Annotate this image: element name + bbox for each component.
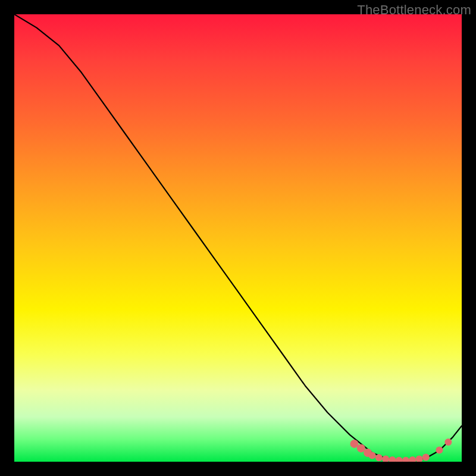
curve-marker [375, 454, 383, 461]
curve-marker [409, 456, 416, 462]
curve-marker [389, 456, 396, 462]
curve-line [14, 14, 462, 461]
plot-area [14, 14, 462, 462]
chart-frame: TheBottleneck.com [0, 0, 476, 476]
curve-marker [422, 454, 430, 461]
chart-svg [14, 14, 462, 462]
curve-marker [402, 457, 409, 462]
curve-marker [382, 456, 389, 462]
curve-marker [436, 446, 443, 453]
curve-marker [444, 439, 452, 446]
curve-marker [396, 457, 403, 462]
curve-markers [350, 439, 452, 462]
curve-marker [369, 452, 376, 459]
curve-marker [416, 456, 423, 462]
